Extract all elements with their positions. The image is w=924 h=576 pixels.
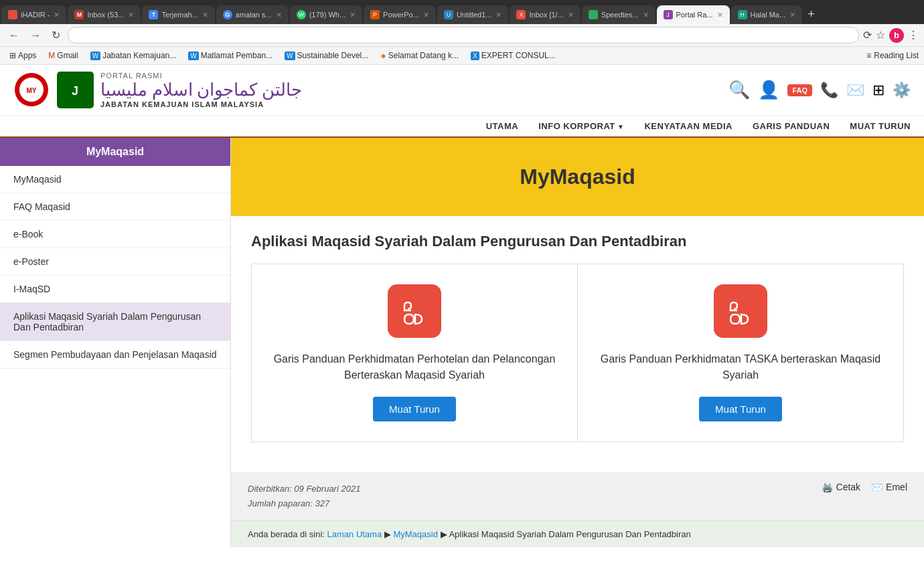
nav-info-korporat[interactable]: INFO KORPORAT xyxy=(538,121,624,131)
tab-close[interactable]: ✕ xyxy=(643,11,649,19)
back-button[interactable]: ← xyxy=(5,28,23,43)
reading-list[interactable]: ≡ Reading List xyxy=(866,51,919,60)
tab-portal-rasmi[interactable]: J Portal Ra... ✕ xyxy=(657,5,730,24)
breadcrumb-sep-2: ▶ xyxy=(441,529,449,539)
print-icon: 🖨️ xyxy=(822,482,833,492)
breadcrumb-current: Aplikasi Maqasid Syariah Dalam Pengurusa… xyxy=(449,529,690,539)
sidebar-link[interactable]: MyMaqasid xyxy=(0,166,230,193)
sidebar-link[interactable]: e-Poster xyxy=(0,248,230,275)
sidebar-item-mymaqasid[interactable]: MyMaqasid xyxy=(0,166,230,193)
url-bar[interactable]: islam.gov.my/ms/mymaqasid/aplikasi-maqas… xyxy=(68,27,859,43)
translate-icon[interactable]: ⟳ xyxy=(863,29,872,41)
tab-close[interactable]: ✕ xyxy=(276,11,282,19)
new-tab-button[interactable]: + xyxy=(802,7,820,21)
bookmarks-bar: ⊞ Apps M Gmail W Jabatan Kemajuan... W M… xyxy=(0,47,924,65)
print-label: Cetak xyxy=(836,482,861,492)
forward-button[interactable]: → xyxy=(27,28,44,43)
bookmark-sustainable[interactable]: W Sustainable Devel... xyxy=(281,50,372,62)
menu-icon[interactable]: ⋮ xyxy=(908,29,919,41)
sidebar-link[interactable]: Aplikasi Maqasid Syariah Dalam Pengurusa… xyxy=(0,303,230,341)
govt-logo: MY xyxy=(13,72,50,108)
sidebar-link[interactable]: FAQ Maqasid xyxy=(0,193,230,220)
bookmark-label: Apps xyxy=(18,51,36,60)
bookmark-favicon: W xyxy=(285,52,295,60)
phone-icon[interactable]: 📞 xyxy=(820,82,838,99)
website: MY J PORTAL RASMI جالتن كماجوان اسلام مل… xyxy=(0,65,924,547)
tab-speedtest[interactable]: Speedtes... ✕ xyxy=(582,5,656,24)
tab-label: amalan s... xyxy=(236,11,272,19)
card-2-title: Garis Panduan Perkhidmatan TASKA bertera… xyxy=(591,351,890,383)
site-logo: MY J PORTAL RASMI جالتن كماجوان اسلام مل… xyxy=(13,72,302,108)
tab-powerpoint[interactable]: P PowerPo... ✕ xyxy=(364,5,436,24)
sidebar-item-imaqsd[interactable]: I-MaqSD xyxy=(0,276,230,303)
print-action[interactable]: 🖨️ Cetak xyxy=(822,482,861,492)
sidebar-item-eposter[interactable]: e-Poster xyxy=(0,248,230,276)
settings-icon[interactable]: ⚙️ xyxy=(893,82,911,99)
bookmark-selamat[interactable]: ● Selamat Datang k... xyxy=(376,49,463,62)
svg-text:J: J xyxy=(72,84,78,98)
tab-untitled[interactable]: U Untitled1... ✕ xyxy=(437,5,509,24)
bookmark-matlamat[interactable]: W Matlamat Pemban... xyxy=(184,50,277,62)
card-taska: Garis Panduan Perkhidmatan TASKA bertera… xyxy=(578,264,903,442)
breadcrumb-section[interactable]: MyMaqasid xyxy=(393,529,437,539)
portal-rasmi-label: PORTAL RASMI xyxy=(100,72,302,80)
bookmark-label: Sustainable Devel... xyxy=(297,51,369,60)
tab-inbox[interactable]: M Inbox (53... ✕ xyxy=(68,5,141,24)
muat-turun-button-2[interactable]: Muat Turun xyxy=(699,397,782,421)
tab-inbox2[interactable]: X Inbox [1/... ✕ xyxy=(510,5,580,24)
tab-close[interactable]: ✕ xyxy=(717,11,723,19)
tab-ihadir[interactable]: iHADIR - ✕ xyxy=(1,5,66,24)
nav-utama[interactable]: UTAMA xyxy=(486,121,518,131)
tab-terjemah[interactable]: T Terjemah... ✕ xyxy=(142,5,214,24)
tab-label: Terjemah... xyxy=(161,11,198,19)
bookmark-gmail[interactable]: M Gmail xyxy=(44,50,82,62)
pdf-icon-1 xyxy=(388,284,441,338)
bookmark-apps[interactable]: ⊞ Apps xyxy=(5,50,40,62)
tab-close[interactable]: ✕ xyxy=(202,11,208,19)
sidebar-link[interactable]: Segmen Pembudayaan dan Penjelasan Maqasi… xyxy=(0,341,230,368)
bookmark-icon[interactable]: ☆ xyxy=(876,29,885,41)
sidebar-item-segmen[interactable]: Segmen Pembudayaan dan Penjelasan Maqasi… xyxy=(0,341,230,369)
breadcrumb-home[interactable]: Laman Utama xyxy=(327,529,382,539)
nav-garis-panduan[interactable]: GARIS PANDUAN xyxy=(753,121,830,131)
sidebar-link[interactable]: I-MaqSD xyxy=(0,276,230,302)
tab-label: Halal Ma... xyxy=(751,11,786,19)
hero-title: MyMaqasid xyxy=(520,165,635,189)
tab-amalan[interactable]: G amalan s... ✕ xyxy=(216,5,289,24)
sidebar-item-aplikasi[interactable]: Aplikasi Maqasid Syariah Dalam Pengurusa… xyxy=(0,303,230,341)
tab-close[interactable]: ✕ xyxy=(350,11,356,19)
tab-whatsapp[interactable]: W (179) Wh... ✕ xyxy=(290,5,362,24)
tab-label: Portal Ra... xyxy=(676,11,713,19)
tab-close[interactable]: ✕ xyxy=(423,11,429,19)
main-content: MyMaqasid Aplikasi Maqasid Syariah Dalam… xyxy=(231,138,924,547)
sidebar-item-faq[interactable]: FAQ Maqasid xyxy=(0,193,230,221)
bookmark-favicon: X xyxy=(471,52,479,60)
bookmark-jabatan[interactable]: W Jabatan Kemajuan... xyxy=(86,50,181,62)
muat-turun-button-1[interactable]: Muat Turun xyxy=(373,397,456,421)
apps-icon: ⊞ xyxy=(9,51,16,60)
search-icon[interactable]: 🔍 xyxy=(728,80,750,100)
sidebar-menu: MyMaqasid FAQ Maqasid e-Book e-Poster I-… xyxy=(0,166,230,369)
email-action[interactable]: ✉️ Emel xyxy=(871,482,907,492)
tab-close[interactable]: ✕ xyxy=(568,11,574,19)
faq-badge[interactable]: FAQ xyxy=(787,84,812,96)
menu-grid-icon[interactable]: ⊞ xyxy=(872,82,884,99)
email-label: Emel xyxy=(886,482,907,492)
pdf-symbol-2 xyxy=(724,291,757,331)
profile-icon[interactable]: b xyxy=(889,28,904,43)
bookmark-expert[interactable]: X EXPERT CONSUL... xyxy=(467,50,560,62)
sidebar-link[interactable]: e-Book xyxy=(0,221,230,248)
breadcrumb-sep-1: ▶ xyxy=(384,529,394,539)
nav-kenyataan-media[interactable]: KENYATAAN MEDIA xyxy=(644,121,733,131)
tab-close[interactable]: ✕ xyxy=(54,11,60,19)
profile-header-icon[interactable]: 👤 xyxy=(758,80,779,100)
sidebar-item-ebook[interactable]: e-Book xyxy=(0,221,230,248)
tab-close[interactable]: ✕ xyxy=(495,11,502,19)
message-icon[interactable]: ✉️ xyxy=(846,82,864,99)
tab-close[interactable]: ✕ xyxy=(789,11,795,19)
tab-close[interactable]: ✕ xyxy=(128,11,134,19)
reload-button[interactable]: ↻ xyxy=(48,27,64,43)
nav-muat-turun[interactable]: MUAT TURUN xyxy=(850,121,911,131)
tab-halal[interactable]: H Halal Ma... ✕ xyxy=(731,5,803,24)
bookmark-label: Selamat Datang k... xyxy=(388,51,459,60)
